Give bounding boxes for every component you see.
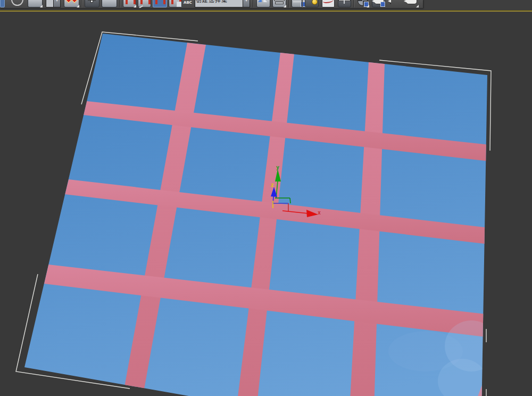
select-and-rotate-icon	[102, 0, 117, 7]
render-production-flyout-icon	[416, 5, 419, 7]
schematic-view[interactable]	[338, 1, 351, 7]
curve-editor[interactable]	[321, 1, 335, 7]
axis-label-y: y	[276, 164, 279, 170]
select-and-manipulate[interactable]	[64, 1, 79, 7]
select-and-move[interactable]	[85, 1, 99, 7]
separator-6	[353, 0, 354, 7]
align-flyout-icon	[284, 5, 286, 7]
material-editor[interactable]	[356, 1, 369, 7]
layer-manager[interactable]	[292, 1, 306, 7]
active-tool-partial-icon	[0, 0, 5, 7]
separator-3	[253, 0, 254, 7]
percent-snap-toggle[interactable]	[153, 1, 167, 7]
window-crossing-toggle-flyout-icon	[40, 5, 43, 7]
material-editor-flyout-icon	[367, 5, 369, 7]
render-production-icon	[406, 0, 417, 4]
selection-region-circle[interactable]	[11, 1, 23, 7]
main-toolbar: ▾ABC▾创建选择集	[0, 0, 423, 9]
render-setup[interactable]	[372, 1, 386, 7]
mirror[interactable]	[256, 1, 270, 7]
spinner-snap-toggle[interactable]	[169, 1, 182, 7]
viewport-canvas[interactable]: yzx	[0, 0, 532, 396]
select-and-manipulate-flyout-icon	[77, 5, 79, 7]
align[interactable]	[272, 1, 286, 7]
edit-named-selection-sets[interactable]: ABC	[184, 1, 193, 7]
angle-snap-toggle[interactable]	[138, 1, 151, 7]
render-production[interactable]	[404, 1, 419, 7]
watermark-blob-3	[388, 331, 463, 372]
rendered-frame-window[interactable]	[388, 1, 402, 7]
axis-label-x: x	[318, 210, 321, 216]
selection-filter-combo[interactable]: ▾	[46, 1, 61, 7]
app-window: { "toolbar": { "background": "#4b4b4b", …	[0, 0, 532, 396]
named-selection-sets-combo[interactable]: ▾创建选择集	[195, 1, 250, 7]
selection-region-circle-icon	[11, 0, 23, 6]
axis-label-z: z	[271, 182, 274, 188]
separator-5	[302, 0, 303, 7]
xy-plane-handle-v[interactable]	[290, 198, 290, 203]
window-crossing-toggle[interactable]	[28, 1, 43, 7]
active-tool-partial[interactable]	[0, 1, 5, 7]
edit-named-selection-sets-icon: ABC	[184, 1, 192, 5]
separator-1	[81, 0, 82, 7]
light-lister[interactable]	[305, 1, 319, 7]
separator-4	[288, 0, 289, 7]
select-and-rotate[interactable]	[102, 1, 117, 7]
toolbar-header: ▾ABC▾创建选择集	[0, 0, 532, 10]
snap-toggle-2d[interactable]	[123, 1, 136, 7]
separator-2	[119, 0, 120, 7]
snap-toggle-2d-flyout-icon	[134, 5, 136, 7]
active-viewport-border	[0, 10, 532, 12]
named-selection-sets-combo-value: 创建选择集	[196, 0, 228, 4]
